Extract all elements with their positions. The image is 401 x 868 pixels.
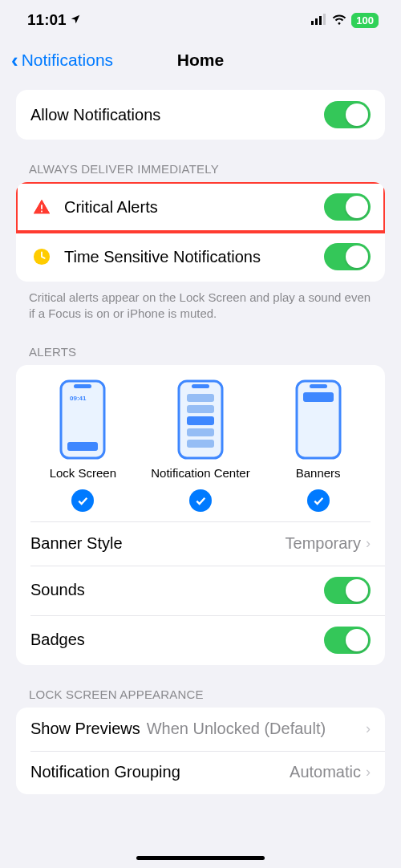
- battery-icon: 100: [351, 13, 379, 28]
- svg-rect-14: [187, 405, 214, 413]
- lockscreen-appearance-group: Show Previews When Unlocked (Default) › …: [16, 708, 385, 794]
- svg-rect-1: [315, 18, 318, 25]
- critical-alerts-footer: Critical alerts appear on the Lock Scree…: [0, 282, 401, 322]
- banners-label: Banners: [296, 466, 341, 480]
- alert-option-lockscreen[interactable]: 09:41 Lock Screen: [25, 379, 141, 512]
- status-bar: 11:01 100: [0, 0, 401, 35]
- allow-notifications-group: Allow Notifications: [16, 90, 385, 140]
- sounds-label: Sounds: [30, 581, 324, 599]
- chevron-left-icon: ‹: [11, 50, 18, 71]
- badges-label: Badges: [30, 631, 324, 649]
- time-sensitive-label: Time Sensitive Notifications: [64, 248, 324, 266]
- notification-center-check[interactable]: [189, 489, 212, 512]
- svg-rect-5: [41, 211, 43, 213]
- lockscreen-check[interactable]: [71, 489, 94, 512]
- banners-phone-icon: [295, 379, 342, 460]
- location-icon: [70, 11, 81, 29]
- lockscreen-appearance-header: LOCK SCREEN APPEARANCE: [0, 688, 401, 708]
- notification-center-phone-icon: [177, 379, 224, 460]
- lockscreen-label: Lock Screen: [50, 466, 116, 480]
- back-button[interactable]: ‹ Notifications: [11, 50, 113, 71]
- always-deliver-header: ALWAYS DELIVER IMMEDIATELY: [0, 162, 401, 182]
- svg-rect-19: [310, 384, 327, 388]
- svg-text:09:41: 09:41: [70, 395, 87, 402]
- clock-icon: [30, 248, 53, 266]
- warning-icon: [30, 198, 53, 216]
- show-previews-value: When Unlocked (Default): [147, 720, 361, 738]
- notification-grouping-value: Automatic: [290, 763, 361, 781]
- always-deliver-group: Critical Alerts Time Sensitive Notificat…: [16, 182, 385, 282]
- badges-toggle[interactable]: [324, 627, 371, 654]
- svg-rect-3: [323, 14, 326, 25]
- back-label: Notifications: [22, 51, 113, 70]
- alerts-group: 09:41 Lock Screen Notification Center: [16, 365, 385, 665]
- time-sensitive-row[interactable]: Time Sensitive Notifications: [16, 232, 385, 282]
- svg-rect-16: [187, 428, 214, 436]
- notification-center-label: Notification Center: [151, 466, 249, 480]
- banners-check[interactable]: [307, 489, 330, 512]
- critical-alerts-row[interactable]: Critical Alerts: [16, 182, 385, 232]
- show-previews-label: Show Previews: [30, 720, 140, 738]
- chevron-right-icon: ›: [366, 764, 371, 781]
- svg-rect-0: [311, 21, 314, 25]
- alerts-header: ALERTS: [0, 345, 401, 365]
- svg-rect-17: [187, 440, 214, 448]
- svg-rect-8: [74, 384, 91, 388]
- badges-row[interactable]: Badges: [16, 615, 385, 665]
- show-previews-row[interactable]: Show Previews When Unlocked (Default) ›: [16, 708, 385, 751]
- svg-rect-13: [187, 394, 214, 402]
- nav-bar: ‹ Notifications Home: [0, 35, 401, 85]
- notification-grouping-row[interactable]: Notification Grouping Automatic ›: [16, 751, 385, 794]
- status-time: 11:01: [27, 11, 67, 29]
- sounds-row[interactable]: Sounds: [16, 566, 385, 615]
- svg-rect-15: [187, 416, 214, 425]
- alert-option-banners[interactable]: Banners: [260, 379, 376, 512]
- alert-types-row: 09:41 Lock Screen Notification Center: [16, 365, 385, 521]
- allow-notifications-toggle[interactable]: [324, 101, 371, 128]
- allow-notifications-row[interactable]: Allow Notifications: [16, 90, 385, 140]
- banner-style-label: Banner Style: [30, 534, 286, 553]
- chevron-right-icon: ›: [366, 720, 371, 737]
- critical-alerts-toggle[interactable]: [324, 193, 371, 221]
- critical-alerts-label: Critical Alerts: [64, 198, 324, 217]
- time-sensitive-toggle[interactable]: [324, 243, 371, 270]
- sounds-toggle[interactable]: [324, 577, 371, 604]
- home-indicator[interactable]: [136, 856, 265, 860]
- svg-rect-4: [41, 205, 43, 209]
- notification-grouping-label: Notification Grouping: [30, 763, 290, 781]
- cellular-icon: [311, 11, 327, 29]
- svg-rect-10: [67, 442, 98, 451]
- banner-style-value: Temporary: [286, 534, 361, 553]
- wifi-icon: [332, 11, 346, 29]
- alert-option-notification-center[interactable]: Notification Center: [142, 379, 258, 512]
- lockscreen-phone-icon: 09:41: [59, 379, 106, 460]
- svg-rect-20: [303, 392, 334, 402]
- svg-rect-2: [319, 16, 322, 25]
- svg-rect-12: [192, 384, 209, 388]
- allow-notifications-label: Allow Notifications: [30, 106, 324, 124]
- banner-style-row[interactable]: Banner Style Temporary ›: [16, 522, 385, 566]
- chevron-right-icon: ›: [366, 535, 371, 552]
